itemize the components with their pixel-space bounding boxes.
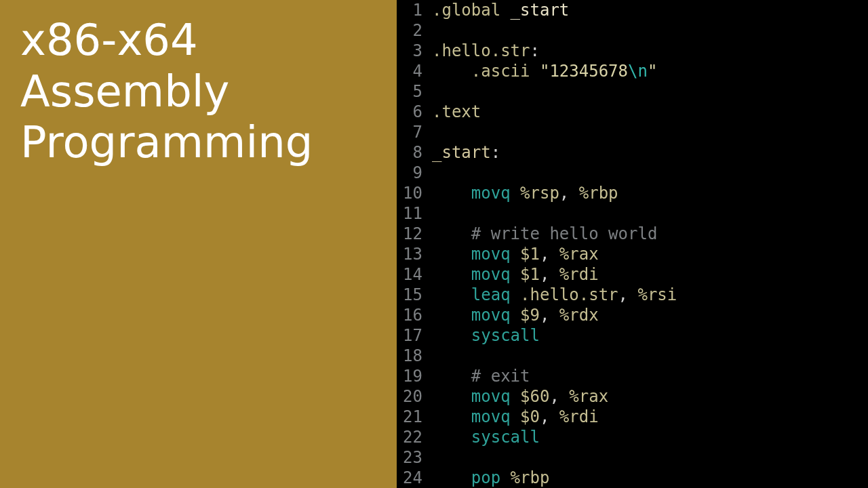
code-line: 16 movq $9, %rdx <box>397 305 868 325</box>
code-line: 10 movq %rsp, %rbp <box>397 183 868 203</box>
code-line: 1.global _start <box>397 0 868 20</box>
code-token <box>432 407 471 426</box>
line-number: 21 <box>397 407 432 427</box>
code-token: %rbp <box>511 468 550 487</box>
line-number: 18 <box>397 346 432 366</box>
line-number: 7 <box>397 122 432 142</box>
code-token: , <box>540 265 559 284</box>
line-number: 15 <box>397 285 432 305</box>
code-token <box>432 428 471 447</box>
code-line: 3.hello.str: <box>397 41 868 61</box>
code-token: \n <box>628 62 648 81</box>
line-number: 13 <box>397 244 432 264</box>
code-token: $1 <box>520 245 540 264</box>
code-line: 11 <box>397 203 868 224</box>
code-line: 14 movq $1, %rdi <box>397 264 868 285</box>
code-token: , <box>540 245 559 264</box>
code-token <box>432 224 471 243</box>
code-token: %rdi <box>559 265 599 284</box>
line-number: 2 <box>397 20 432 41</box>
code-line: 4 .ascii "12345678\n" <box>397 61 868 81</box>
line-number: 1 <box>397 0 432 20</box>
code-token: .global <box>432 1 511 20</box>
line-number: 16 <box>397 305 432 325</box>
line-number: 19 <box>397 366 432 386</box>
code-line: 17 syscall <box>397 325 868 346</box>
code-content: .hello.str: <box>432 41 540 61</box>
code-content: movq $1, %rdi <box>432 264 599 285</box>
code-token: pop <box>471 468 511 487</box>
code-token: movq <box>471 407 520 426</box>
code-token <box>432 265 471 284</box>
code-token: %rdx <box>559 306 599 325</box>
code-token: $0 <box>520 407 540 426</box>
code-token: %rbp <box>579 184 618 203</box>
code-token: , <box>540 306 559 325</box>
code-token: _start <box>432 143 491 162</box>
code-token: movq <box>471 265 520 284</box>
code-token: %rsi <box>637 285 677 304</box>
code-block: 1.global _start23.hello.str:4 .ascii "12… <box>397 0 868 488</box>
code-token: # exit <box>471 367 530 386</box>
code-line: 5 <box>397 81 868 102</box>
code-content: .global _start <box>432 0 569 20</box>
code-token: movq <box>471 306 520 325</box>
code-token: .ascii <box>471 62 540 81</box>
code-token: , <box>559 184 579 203</box>
code-token: %rsp <box>520 184 559 203</box>
line-number: 17 <box>397 325 432 346</box>
code-content: leaq .hello.str, %rsi <box>432 285 677 305</box>
code-token: syscall <box>471 428 540 447</box>
code-token: # write hello world <box>471 224 658 243</box>
title-line-3: Programming <box>20 117 313 167</box>
code-token: , <box>549 387 569 406</box>
code-content: # exit <box>432 366 530 386</box>
code-token: : <box>530 41 540 60</box>
title-line-1: x86-x64 <box>20 15 198 65</box>
code-token <box>432 468 471 487</box>
line-number: 14 <box>397 264 432 285</box>
code-token <box>432 367 471 386</box>
code-token: %rdi <box>559 407 599 426</box>
code-content: .ascii "12345678\n" <box>432 61 657 81</box>
code-line: 15 leaq .hello.str, %rsi <box>397 285 868 305</box>
code-content: movq $0, %rdi <box>432 407 599 427</box>
line-number: 8 <box>397 142 432 163</box>
line-number: 6 <box>397 102 432 122</box>
line-number: 24 <box>397 468 432 488</box>
code-token <box>432 326 471 345</box>
code-token: .text <box>432 102 481 121</box>
code-line: 24 pop %rbp <box>397 468 868 488</box>
line-number: 9 <box>397 163 432 183</box>
code-content: syscall <box>432 325 540 346</box>
code-token: movq <box>471 245 520 264</box>
code-content: pop %rbp <box>432 468 549 488</box>
code-token: movq <box>471 184 520 203</box>
code-token: 12345678 <box>549 62 628 81</box>
code-token: _start <box>511 1 570 20</box>
line-number: 5 <box>397 81 432 102</box>
title-line-2: Assembly <box>20 66 229 117</box>
code-token: , <box>618 285 638 304</box>
line-number: 23 <box>397 447 432 468</box>
code-line: 12 # write hello world <box>397 224 868 244</box>
line-number: 3 <box>397 41 432 61</box>
code-token: syscall <box>471 326 540 345</box>
thumbnail-frame: x86-x64 Assembly Programming 1.global _s… <box>0 0 868 488</box>
code-content: movq $1, %rax <box>432 244 599 264</box>
code-content: movq %rsp, %rbp <box>432 183 618 203</box>
code-line: 22 syscall <box>397 427 868 447</box>
code-line: 2 <box>397 20 868 41</box>
code-token: %rax <box>569 387 608 406</box>
line-number: 11 <box>397 203 432 224</box>
code-content: # write hello world <box>432 224 657 244</box>
code-line: 13 movq $1, %rax <box>397 244 868 264</box>
code-content: syscall <box>432 427 540 447</box>
code-line: 9 <box>397 163 868 183</box>
code-editor-panel: 1.global _start23.hello.str:4 .ascii "12… <box>397 0 868 488</box>
code-line: 20 movq $60, %rax <box>397 386 868 407</box>
code-token: , <box>540 407 559 426</box>
line-number: 10 <box>397 183 432 203</box>
code-token: %rax <box>559 245 599 264</box>
line-number: 12 <box>397 224 432 244</box>
